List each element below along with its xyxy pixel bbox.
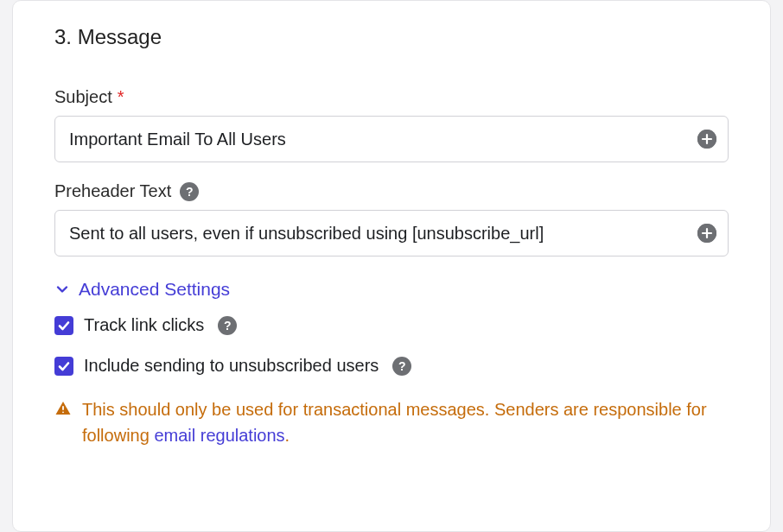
required-marker: * — [118, 87, 124, 107]
include-unsub-label: Include sending to unsubscribed users — [84, 356, 379, 376]
track-link-clicks-row: Track link clicks ? — [54, 315, 729, 335]
preheader-field: Preheader Text ? — [54, 181, 729, 256]
plus-circle-icon — [697, 130, 716, 149]
check-icon — [57, 359, 71, 373]
warning-row: This should only be used for transaction… — [54, 396, 729, 448]
warning-icon — [54, 400, 72, 421]
chevron-down-icon — [54, 282, 70, 297]
include-unsub-row: Include sending to unsubscribed users ? — [54, 356, 729, 376]
subject-input-wrap — [54, 116, 729, 162]
preheader-help-icon[interactable]: ? — [180, 182, 199, 201]
warning-text: This should only be used for transaction… — [82, 396, 729, 448]
track-link-clicks-help-icon[interactable]: ? — [218, 316, 237, 335]
track-link-clicks-label: Track link clicks — [84, 315, 204, 335]
svg-rect-2 — [62, 406, 64, 410]
preheader-label: Preheader Text — [54, 181, 171, 201]
section-title: 3. Message — [54, 25, 729, 49]
check-icon — [57, 319, 71, 332]
svg-rect-3 — [62, 411, 64, 413]
subject-label: Subject — [54, 87, 112, 107]
subject-input[interactable] — [54, 116, 729, 162]
advanced-settings-toggle[interactable]: Advanced Settings — [54, 279, 729, 300]
preheader-label-row: Preheader Text ? — [54, 181, 729, 201]
include-unsub-help-icon[interactable]: ? — [392, 357, 411, 376]
include-unsub-checkbox[interactable] — [54, 357, 73, 376]
warning-text-b: . — [285, 426, 290, 445]
preheader-input-wrap — [54, 210, 729, 256]
plus-circle-icon — [697, 224, 716, 243]
message-section-card: 3. Message Subject * Preheader Text ? — [12, 0, 771, 532]
track-link-clicks-checkbox[interactable] — [54, 316, 73, 335]
advanced-settings-label: Advanced Settings — [79, 279, 230, 300]
subject-label-row: Subject * — [54, 87, 729, 107]
subject-field: Subject * — [54, 87, 729, 162]
subject-insert-variable-button[interactable] — [697, 130, 716, 149]
preheader-input[interactable] — [54, 210, 729, 256]
preheader-insert-variable-button[interactable] — [697, 224, 716, 243]
email-regulations-link[interactable]: email regulations — [154, 426, 284, 445]
